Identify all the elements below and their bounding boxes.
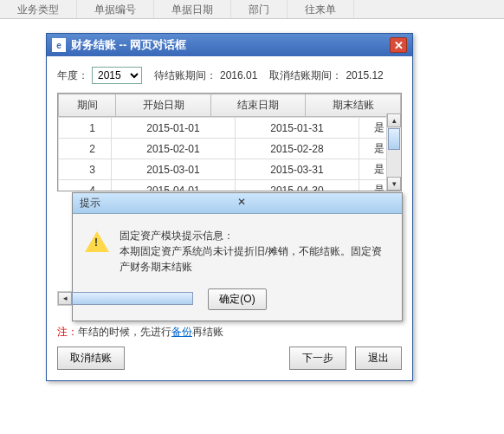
- header-tab[interactable]: 单据日期: [154, 0, 231, 18]
- header-tab[interactable]: 往来单: [288, 0, 354, 18]
- header-tab[interactable]: 单据编号: [77, 0, 154, 18]
- header-tab[interactable]: 部门: [231, 0, 288, 18]
- header-tab[interactable]: 业务类型: [0, 0, 77, 18]
